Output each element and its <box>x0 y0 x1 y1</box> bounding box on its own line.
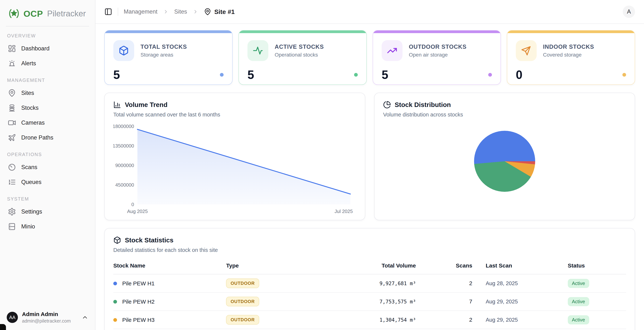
stat-subtitle: Operational stocks <box>275 52 324 58</box>
sidebar-item-label: Cameras <box>21 119 45 126</box>
svg-text:Jul 2025: Jul 2025 <box>334 209 353 214</box>
stock-distribution-panel: Stock Distribution Volume distribution a… <box>374 93 635 220</box>
stat-title: TOTAL STOCKS <box>140 43 187 50</box>
sidebar-toggle-icon[interactable] <box>104 8 112 16</box>
ocp-logo-icon <box>8 7 20 20</box>
server-icon <box>8 222 16 231</box>
list-ordered-icon <box>8 178 16 186</box>
panel-title: Stock Distribution <box>395 101 451 108</box>
scans-count: 7 <box>416 292 472 311</box>
sidebar-item-label: Queues <box>21 179 42 185</box>
col-header-type: Type <box>226 260 339 274</box>
svg-text:0: 0 <box>131 202 134 207</box>
svg-text:13500000: 13500000 <box>113 143 134 149</box>
sidebar-item-stocks[interactable]: Stocks <box>5 101 90 115</box>
panel-subtitle: Total volume scanned over the last 6 mon… <box>113 112 356 118</box>
card-accent-bar <box>373 30 500 33</box>
sidebar-item-sites[interactable]: Sites <box>5 86 90 100</box>
sidebar-nav: OVERVIEW Dashboard Alerts MANAGEMENT Sit… <box>0 26 95 306</box>
sidebar-item-dashboard[interactable]: Dashboard <box>5 42 90 55</box>
svg-text:18000000: 18000000 <box>113 124 134 129</box>
stat-value: 5 <box>382 69 388 81</box>
bar-chart-icon <box>113 101 121 109</box>
last-scan-date: Aug 29, 2025 <box>486 299 518 305</box>
content: TOTAL STOCKS Storage areas 5 ACTIVE STOC… <box>96 24 644 330</box>
volume-trend-chart: 0450000090000001350000018000000Aug 2025J… <box>113 121 356 218</box>
charts-row: Volume Trend Total volume scanned over t… <box>104 93 635 220</box>
total-volume: 9,927,681 m³ <box>380 281 416 286</box>
sidebar-item-label: Drone Paths <box>21 134 53 141</box>
activity-icon <box>248 40 268 61</box>
breadcrumb-management[interactable]: Management <box>124 8 158 15</box>
stat-subtitle: Covered storage <box>543 52 594 58</box>
user-email: admin@piletracker.com <box>22 318 71 324</box>
status-dot <box>622 73 626 77</box>
stat-card-indoor-stocks: INDOOR STOCKS Covered storage 0 <box>507 30 635 85</box>
scans-count: 2 <box>416 311 472 329</box>
sidebar-item-label: Alerts <box>21 60 36 67</box>
user-meta: Admin Admin admin@piletracker.com <box>22 311 71 324</box>
map-pin-icon <box>204 8 211 15</box>
sidebar-item-settings[interactable]: Settings <box>5 205 90 218</box>
sidebar-item-cameras[interactable]: Cameras <box>5 116 90 130</box>
table-row[interactable]: Pile PEW H2 OUTDOOR 7,753,575 m³ 7 Aug 2… <box>113 292 626 311</box>
sidebar-item-drone-paths[interactable]: Drone Paths <box>5 131 90 144</box>
stock-color-dot <box>113 318 117 322</box>
stat-value: 5 <box>248 69 254 81</box>
last-scan-date: Aug 28, 2025 <box>486 280 518 286</box>
sidebar-item-label: Stocks <box>21 105 38 111</box>
sidebar-item-minio[interactable]: Minio <box>5 220 90 233</box>
volume-trend-panel: Volume Trend Total volume scanned over t… <box>104 93 365 220</box>
stat-card-outdoor-stocks: OUTDOOR STOCKS Open air storage 5 <box>373 30 501 85</box>
breadcrumb-sites[interactable]: Sites <box>174 8 187 15</box>
type-badge: OUTDOOR <box>226 297 259 306</box>
pile-icon <box>8 104 16 112</box>
col-header-total-volume: Total Volume <box>339 260 416 274</box>
package-icon <box>113 40 134 61</box>
window-corner <box>0 324 6 330</box>
dashboard-icon <box>8 44 16 53</box>
type-badge: OUTDOOR <box>226 279 259 288</box>
sidebar-item-scans[interactable]: Scans <box>5 161 90 174</box>
sidebar-item-queues[interactable]: Queues <box>5 175 90 189</box>
topbar-divider <box>118 8 118 16</box>
section-label-management: MANAGEMENT <box>7 78 88 83</box>
account-avatar[interactable]: A <box>623 5 635 18</box>
user-name: Admin Admin <box>22 311 71 317</box>
stats-row: TOTAL STOCKS Storage areas 5 ACTIVE STOC… <box>104 30 635 85</box>
user-menu[interactable]: AA Admin Admin admin@piletracker.com <box>0 306 95 330</box>
brand-product: Piletracker <box>47 9 86 18</box>
trending-up-icon <box>382 40 402 61</box>
table-row[interactable]: Pile PEW H3 OUTDOOR 1,304,754 m³ 2 Aug 2… <box>113 311 626 329</box>
siren-icon <box>8 59 16 68</box>
status-badge: Active <box>568 315 589 325</box>
panel-title: Stock Statistics <box>125 236 174 244</box>
brand-ocp: OCP <box>24 8 43 19</box>
sidebar: OCP Piletracker OVERVIEW Dashboard Alert… <box>0 0 96 330</box>
sidebar-item-label: Scans <box>21 164 37 170</box>
pie-chart-icon <box>383 101 391 109</box>
stat-value: 0 <box>516 69 522 81</box>
panel-title: Volume Trend <box>125 101 168 108</box>
stat-title: INDOOR STOCKS <box>543 43 594 50</box>
table-row[interactable]: Pile PEW H1 OUTDOOR 9,927,681 m³ 2 Aug 2… <box>113 274 626 292</box>
sidebar-item-label: Settings <box>21 208 42 215</box>
status-dot <box>220 73 224 77</box>
section-label-system: SYSTEM <box>7 196 88 202</box>
brand: OCP Piletracker <box>0 0 95 25</box>
card-accent-bar <box>105 30 232 33</box>
send-icon <box>516 40 537 61</box>
map-pin-icon <box>8 89 16 97</box>
timer-icon <box>8 163 16 171</box>
total-volume: 1,304,754 m³ <box>380 317 416 323</box>
stock-statistics-table: Stock Name Type Total Volume Scans Last … <box>113 260 626 329</box>
scans-count: 2 <box>416 274 472 292</box>
chevron-up-icon <box>82 314 88 321</box>
stock-name: Pile PEW H3 <box>122 317 154 323</box>
gear-icon <box>8 208 16 216</box>
sidebar-item-alerts[interactable]: Alerts <box>5 57 90 70</box>
stock-color-dot <box>113 282 117 285</box>
user-avatar: AA <box>7 312 18 323</box>
section-label-operations: OPERATIONS <box>7 152 88 157</box>
sidebar-item-label: Minio <box>21 223 35 230</box>
